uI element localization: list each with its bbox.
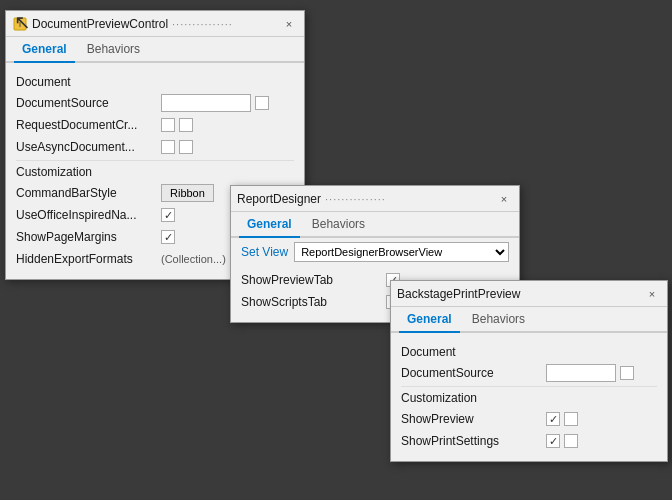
hiddenexport-value: (Collection...) xyxy=(161,253,226,265)
win1-close-button[interactable]: × xyxy=(280,15,298,33)
title-bar-win3: BackstagePrintPreview × xyxy=(391,281,667,307)
prop-label-showprintsettings: ShowPrintSettings xyxy=(401,434,546,448)
prop-label-documentsource: DocumentSource xyxy=(16,96,161,110)
table-row: ShowPrintSettings ✓ xyxy=(401,431,657,451)
documentsource-square xyxy=(255,96,269,110)
showprintsettings-checkbox[interactable]: ✓ xyxy=(546,434,560,448)
win3-divider xyxy=(401,386,657,387)
documentsource-input[interactable] xyxy=(161,94,251,112)
showpagemargins-checkbox[interactable]: ✓ xyxy=(161,230,175,244)
prop-value-useasync xyxy=(161,140,294,154)
table-row: UseAsyncDocument... xyxy=(16,137,294,157)
title-bar-left-win1: i DocumentPreviewControl ··············· xyxy=(12,16,233,32)
title-bar-left-win3: BackstagePrintPreview xyxy=(397,287,520,301)
prop-label-showscriptstab: ShowScriptsTab xyxy=(241,295,386,309)
win2-tab-behaviors[interactable]: Behaviors xyxy=(304,212,373,238)
win3-section-customization: Customization xyxy=(401,391,657,405)
showpreview-square xyxy=(564,412,578,426)
win3-tab-bar: General Behaviors xyxy=(391,307,667,333)
title-bar-win2: ReportDesigner ··············· × xyxy=(231,186,519,212)
win1-title: DocumentPreviewControl xyxy=(32,17,168,31)
prop-label-win3-documentsource: DocumentSource xyxy=(401,366,546,380)
table-row: DocumentSource xyxy=(16,93,294,113)
setview-dropdown[interactable]: ReportDesignerBrowserView xyxy=(294,242,509,262)
title-bar-win1: i DocumentPreviewControl ···············… xyxy=(6,11,304,37)
win3-documentsource-square xyxy=(620,366,634,380)
prop-label-showpreview: ShowPreview xyxy=(401,412,546,426)
requestdocument-square xyxy=(179,118,193,132)
setview-label[interactable]: Set View xyxy=(241,245,288,259)
win2-tab-bar: General Behaviors xyxy=(231,212,519,238)
win3-tab-general[interactable]: General xyxy=(399,307,460,333)
useasync-checkbox[interactable] xyxy=(161,140,175,154)
prop-label-showpagemargins: ShowPageMargins xyxy=(16,230,161,244)
table-row: RequestDocumentCr... xyxy=(16,115,294,135)
win3-close-button[interactable]: × xyxy=(643,285,661,303)
prop-label-showpreviewtab: ShowPreviewTab xyxy=(241,273,386,287)
showpreview-checkbox[interactable]: ✓ xyxy=(546,412,560,426)
win3-section-document: Document xyxy=(401,345,657,359)
prop-value-showpreview: ✓ xyxy=(546,412,657,426)
win3-content: Document DocumentSource Customization Sh… xyxy=(391,333,667,461)
win3-documentsource-input[interactable] xyxy=(546,364,616,382)
divider1 xyxy=(16,160,294,161)
prop-value-win3-documentsource xyxy=(546,364,657,382)
win2-title-dots: ··············· xyxy=(325,193,386,205)
showprintsettings-square xyxy=(564,434,578,448)
table-row: ShowPreview ✓ xyxy=(401,409,657,429)
win2-setview-row: Set View ReportDesignerBrowserView xyxy=(231,238,519,268)
prop-value-documentsource xyxy=(161,94,294,112)
win1-section-customization: Customization xyxy=(16,165,294,179)
win3-title: BackstagePrintPreview xyxy=(397,287,520,301)
useofficeinspired-checkbox[interactable]: ✓ xyxy=(161,208,175,222)
prop-value-requestdocument xyxy=(161,118,294,132)
requestdocument-checkbox[interactable] xyxy=(161,118,175,132)
win2-close-button[interactable]: × xyxy=(495,190,513,208)
commandbarstyle-button[interactable]: Ribbon xyxy=(161,184,214,202)
prop-value-showprintsettings: ✓ xyxy=(546,434,657,448)
win1-tab-general[interactable]: General xyxy=(14,37,75,63)
win1-tab-behaviors[interactable]: Behaviors xyxy=(79,37,148,63)
prop-label-useofficeinspired: UseOfficeInspiredNa... xyxy=(16,208,161,222)
win2-title: ReportDesigner xyxy=(237,192,321,206)
win3-tab-behaviors[interactable]: Behaviors xyxy=(464,307,533,333)
prop-label-commandbarstyle: CommandBarStyle xyxy=(16,186,161,200)
prop-label-useasync: UseAsyncDocument... xyxy=(16,140,161,154)
prop-label-requestdocument: RequestDocumentCr... xyxy=(16,118,161,132)
win2-tab-general[interactable]: General xyxy=(239,212,300,238)
cursor-arrow: ↖ xyxy=(14,10,31,34)
win1-section-document: Document xyxy=(16,75,294,89)
prop-label-hiddenexport: HiddenExportFormats xyxy=(16,252,161,266)
win1-title-dots: ··············· xyxy=(172,18,233,30)
window-backstage-print-preview: BackstagePrintPreview × General Behavior… xyxy=(390,280,668,462)
table-row: DocumentSource xyxy=(401,363,657,383)
useasync-square xyxy=(179,140,193,154)
title-bar-left-win2: ReportDesigner ··············· xyxy=(237,192,386,206)
win1-tab-bar: General Behaviors xyxy=(6,37,304,63)
